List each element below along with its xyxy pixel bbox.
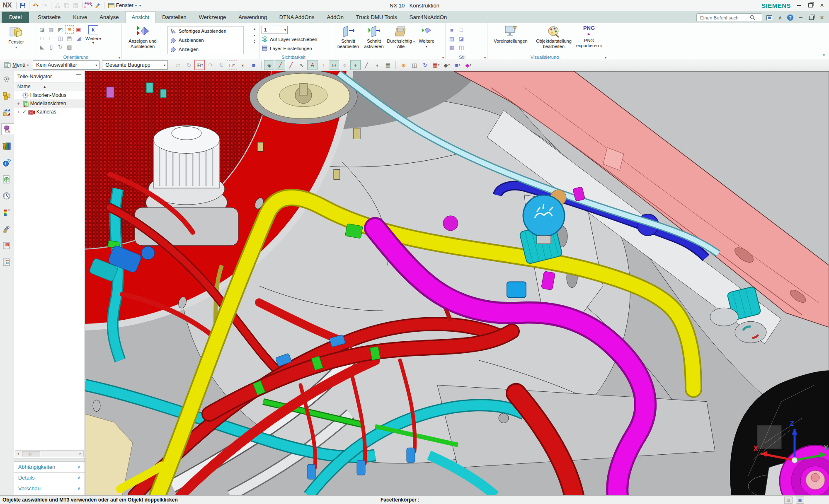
roles-gear-button[interactable] — [1, 74, 12, 84]
doc-minimize-button[interactable] — [797, 14, 804, 21]
minimize-ribbon-button[interactable]: ∧ — [776, 14, 784, 22]
style-studio-icon[interactable] — [466, 26, 475, 34]
full-screen-button[interactable] — [766, 14, 773, 22]
app-minimize-button[interactable] — [795, 2, 802, 9]
doc-close-button[interactable]: × — [818, 14, 826, 21]
paste-button[interactable] — [72, 1, 80, 10]
tab-anwendung[interactable]: Anwendung — [232, 12, 273, 23]
section-abhaengigkeiten[interactable]: Abhängigkeiten ∨ — [14, 461, 85, 472]
snap-midpoint-icon[interactable]: ╱ — [286, 60, 296, 70]
zoom-window-icon[interactable]: ⊕ — [398, 60, 409, 70]
pan-view-icon[interactable]: ◫ — [409, 60, 419, 70]
rotate-view-icon[interactable]: ↻ — [420, 60, 430, 70]
view-bottom-icon[interactable]: ◣ — [38, 43, 46, 51]
durchsichtig-alle-button[interactable]: Durchsichtig - Alle — [386, 24, 415, 49]
navigator-column-header[interactable]: Name ▲ — [14, 82, 85, 91]
ausblenden-button[interactable]: Ausblenden — [168, 36, 243, 44]
anzeigen-button[interactable]: Anzeigen — [168, 45, 243, 53]
tab-dtna-addons[interactable]: DTNA AddOns — [273, 12, 321, 23]
scroll-thumb[interactable]: ||| — [22, 451, 40, 456]
window-layout-icon[interactable]: ▦▾ — [431, 60, 441, 70]
tab-addon[interactable]: AddOn — [320, 12, 349, 23]
app-close-button[interactable]: × — [818, 2, 826, 9]
view-left-icon[interactable]: ∟ — [47, 34, 56, 42]
move-component-icon[interactable]: ↻ — [184, 60, 194, 70]
snap-scatter-icon[interactable]: ◈ — [264, 60, 274, 70]
help-button[interactable]: ? — [787, 14, 793, 21]
constraint-navigator-tab[interactable] — [1, 107, 12, 118]
navigator-pin-button[interactable] — [76, 74, 81, 79]
edit-view-icon[interactable]: ◢ — [74, 34, 83, 42]
selection-filter-combo[interactable]: Kein Auswahlfilter▾ — [33, 60, 99, 70]
tab-analyse[interactable]: Analyse — [93, 12, 125, 23]
assembly-constraints-icon[interactable]: ⇄ — [173, 60, 183, 70]
render-style-icon[interactable]: ■▾ — [452, 60, 463, 70]
expander-plus-icon[interactable]: + — [17, 101, 21, 106]
cut-button[interactable] — [53, 1, 62, 10]
save-button[interactable] — [19, 1, 27, 10]
tab-sam4nxaddon[interactable]: Sam4NxAddOn — [403, 12, 453, 23]
view-isometric-icon[interactable]: ▨ — [47, 25, 56, 34]
view-orient-icon[interactable]: ◆▾ — [441, 60, 452, 70]
snap-point-toggle-icon[interactable]: ⊞▾ — [194, 60, 205, 70]
snap-grid-icon[interactable]: ▦ — [383, 60, 393, 70]
command-search-box[interactable] — [696, 13, 762, 22]
style-shaded-edges-icon[interactable]: ■ — [447, 26, 456, 34]
section-vorschau[interactable]: Vorschau ∨ — [14, 483, 85, 494]
snap-curve-icon[interactable]: ∿ — [296, 60, 307, 70]
view-back-icon[interactable]: ◩ — [56, 25, 65, 34]
view-front-icon[interactable]: ◫ — [56, 34, 65, 42]
schnitt-aktivieren-button[interactable]: Schnitt aktivieren — [361, 24, 386, 49]
weitere-orientierung-label[interactable]: Weitere — [85, 36, 101, 41]
view-top-icon[interactable]: □ — [38, 34, 46, 42]
snap-axis-icon[interactable]: ↑ — [318, 60, 328, 70]
notes-panel-tab[interactable] — [1, 257, 12, 268]
png-export-quick-button[interactable]: PNG▸▾ — [85, 1, 93, 10]
fit-view-icon[interactable]: ▣ — [74, 25, 83, 34]
weitere-sichtbarkeit-button[interactable]: Weitere ▾ — [415, 24, 438, 49]
roles-tools-tab[interactable] — [1, 224, 12, 234]
snap-center-icon[interactable]: ⊙ — [329, 60, 339, 70]
performance-flag-icon[interactable]: ▨ — [784, 497, 793, 504]
tree-row-modellansichten[interactable]: + Modellansichten — [14, 99, 85, 108]
touch-panel-tab[interactable] — [1, 240, 12, 251]
style-static-wireframe-icon[interactable]: ◫ — [457, 43, 466, 51]
visual-reports-tab[interactable] — [1, 207, 12, 218]
objektdarstellung-button[interactable]: Objektdarstellung bearbeiten — [532, 24, 575, 49]
gallery-up-button[interactable]: ▴ — [254, 27, 255, 31]
scroll-right-arrow[interactable]: ▸ — [78, 452, 83, 456]
zoom-window-ribbon-icon[interactable]: ⊞ — [65, 25, 74, 34]
sequence-tool-icon[interactable]: ⇅ — [216, 60, 226, 70]
selection-scope-combo[interactable]: Gesamte Baugrupp▾ — [102, 60, 168, 70]
rotate-view-ribbon-icon[interactable]: ↻ — [56, 43, 65, 51]
work-layer-combo[interactable]: 1▾ — [262, 26, 288, 34]
tab-kurve[interactable]: Kurve — [67, 12, 93, 23]
reorient-tool-icon[interactable]: ↷ — [205, 60, 216, 70]
solid-select-icon[interactable]: ■ — [248, 60, 259, 70]
gallery-down-button[interactable]: ▾ — [254, 34, 255, 37]
graphics-window[interactable]: X Y Z — [85, 71, 829, 496]
assembly-navigator-tab[interactable] — [1, 90, 12, 101]
anzeigen-und-ausblenden-button[interactable]: Anzeigen und Ausblenden — [124, 24, 162, 49]
tab-darstellen[interactable]: Darstellen — [156, 12, 193, 23]
brush-button[interactable] — [94, 1, 102, 10]
engine-bay-model[interactable]: X Y Z — [85, 71, 829, 496]
history-tab[interactable] — [1, 191, 12, 201]
menu-button[interactable]: Menü▾ — [2, 61, 30, 69]
style-wireframe-icon[interactable]: ◪ — [457, 34, 466, 43]
shell-select-icon[interactable]: ◖ — [238, 60, 248, 70]
hd3d-tools-tab[interactable]: i — [1, 157, 12, 168]
tree-row-kameras[interactable]: + ✓ Kameras — [14, 108, 85, 116]
reuse-library-tab[interactable] — [1, 141, 12, 152]
fenster-ribbon-button[interactable]: Fenster ▾ — [2, 24, 31, 49]
orient-view-icon[interactable]: k — [88, 25, 98, 34]
snap-polyline-icon[interactable]: A — [307, 60, 318, 70]
background-image-icon[interactable]: ▤ — [65, 34, 74, 42]
snap-intersection-icon[interactable]: + — [350, 60, 361, 70]
gallery-expand-button[interactable]: ▾ — [254, 40, 255, 44]
snap-ellipse-icon[interactable]: ○ — [339, 60, 350, 70]
web-browser-tab[interactable] — [1, 174, 12, 185]
voreinstellungen-button[interactable]: Voreinstellungen — [489, 24, 532, 49]
copy-button[interactable] — [63, 1, 71, 10]
png-exportieren-button[interactable]: PNG▸ PNG exportieren ▾ — [575, 24, 603, 49]
